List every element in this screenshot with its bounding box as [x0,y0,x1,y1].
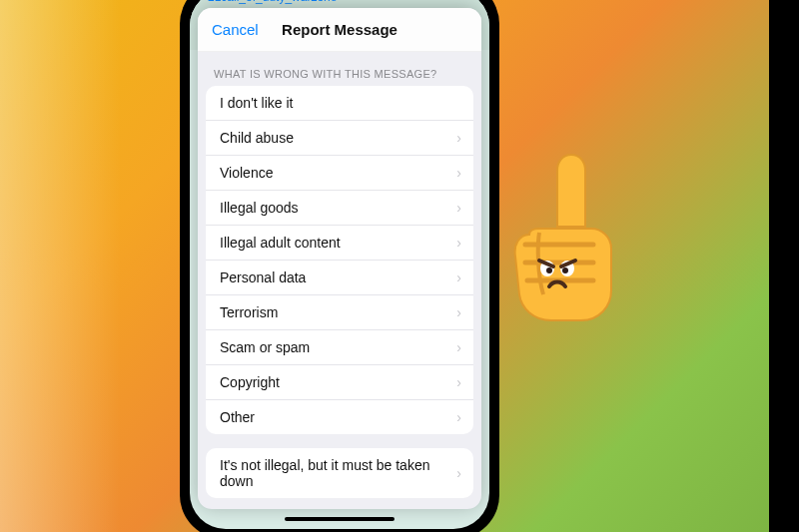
list-item[interactable]: Personal data› [206,260,473,294]
svg-point-2 [546,267,552,273]
chevron-right-icon: › [456,130,461,146]
list-item[interactable]: I don't like it [206,86,473,120]
list-item[interactable]: Other› [206,399,473,434]
sheet-header: Cancel Report Message [198,8,481,52]
home-indicator[interactable] [285,517,395,521]
sheet-title: Report Message [282,21,398,38]
pointing-hand-sticker [489,145,629,324]
list-item-label: Violence [220,165,273,181]
chevron-right-icon: › [456,269,461,285]
list-item[interactable]: Child abuse› [206,120,473,155]
chevron-right-icon: › [456,165,461,181]
phone-screen: 21call_of_duty_warzone Cancel Report Mes… [190,0,489,529]
vignette-left [0,0,120,532]
list-item-label: Terrorism [220,304,278,320]
list-item[interactable]: It's not illegal, but it must be taken d… [206,448,473,498]
list-item-label: Scam or spam [220,339,310,355]
list-item-label: Child abuse [220,130,294,146]
list-item[interactable]: Illegal adult content› [206,225,473,260]
list-item-label: Copyright [220,374,280,390]
chevron-right-icon: › [456,374,461,390]
chevron-right-icon: › [456,409,461,425]
list-item[interactable]: Terrorism› [206,294,473,329]
report-sheet: Cancel Report Message WHAT IS WRONG WITH… [198,8,481,509]
vignette-right [769,0,799,532]
list-item[interactable]: Illegal goods› [206,190,473,225]
list-item-label: It's not illegal, but it must be taken d… [220,457,448,489]
list-item-label: I don't like it [220,95,294,111]
gradient-background: 21call_of_duty_warzone Cancel Report Mes… [0,0,799,532]
svg-point-3 [562,267,568,273]
list-item-label: Illegal goods [220,200,299,216]
list-item[interactable]: Copyright› [206,364,473,399]
section-label: WHAT IS WRONG WITH THIS MESSAGE? [198,52,481,86]
chevron-right-icon: › [456,200,461,216]
cancel-button[interactable]: Cancel [212,21,259,38]
list-item-label: Other [220,409,255,425]
reasons-list-secondary: It's not illegal, but it must be taken d… [206,448,473,498]
list-item[interactable]: Violence› [206,155,473,190]
chevron-right-icon: › [456,465,461,481]
chevron-right-icon: › [456,235,461,251]
reasons-list-main: I don't like itChild abuse›Violence›Ille… [206,86,473,434]
svg-point-0 [540,261,554,276]
chevron-right-icon: › [456,339,461,355]
chat-link[interactable]: 21call_of_duty_warzone [208,0,337,4]
list-item-label: Illegal adult content [220,235,341,251]
phone-frame: 21call_of_duty_warzone Cancel Report Mes… [180,0,499,532]
list-item-label: Personal data [220,269,306,285]
chevron-right-icon: › [456,304,461,320]
svg-point-1 [560,261,574,276]
list-item[interactable]: Scam or spam› [206,329,473,364]
